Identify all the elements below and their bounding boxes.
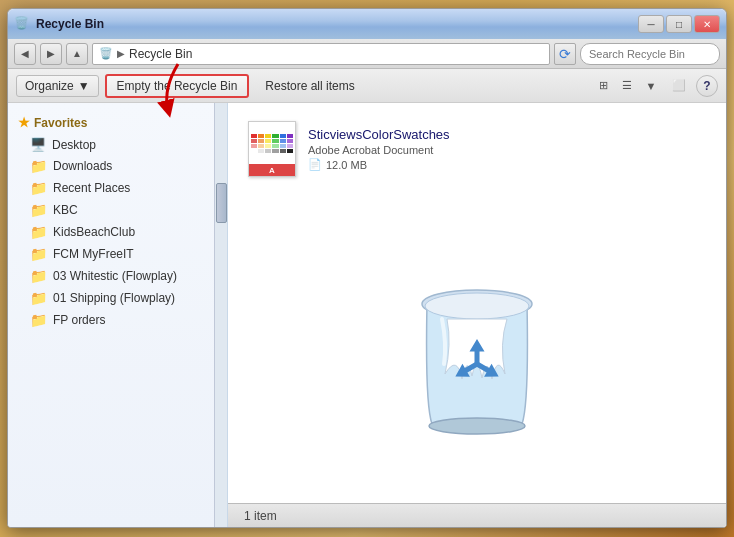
path-text: Recycle Bin xyxy=(129,47,192,61)
file-thumb-footer: A xyxy=(249,164,295,176)
sidebar-scrollbar[interactable] xyxy=(214,103,227,527)
up-button[interactable]: ▲ xyxy=(66,43,88,65)
file-info: SticviewsColorSwatches Adobe Acrobat Doc… xyxy=(308,127,706,171)
sidebar-item-desktop[interactable]: 🖥️ Desktop xyxy=(8,134,214,155)
shipping-folder-icon: 📁 xyxy=(30,290,47,306)
file-type: Adobe Acrobat Document xyxy=(308,144,706,156)
path-arrow: ▶ xyxy=(117,48,125,59)
sidebar-content: ★ Favorites 🖥️ Desktop 📁 Downloads � xyxy=(8,103,214,527)
favorites-star-icon: ★ xyxy=(18,115,30,130)
title-bar: 🗑️ Recycle Bin ─ □ ✕ xyxy=(8,9,726,39)
pdf-size-icon: 📄 xyxy=(308,158,322,171)
sidebar-item-recent[interactable]: 📁 Recent Places xyxy=(8,177,214,199)
sidebar-item-kbc[interactable]: 📁 KBC xyxy=(8,199,214,221)
sidebar-wrapper: ★ Favorites 🖥️ Desktop 📁 Downloads � xyxy=(8,103,227,527)
title-bar-left: 🗑️ Recycle Bin xyxy=(14,16,104,32)
fp-folder-icon: 📁 xyxy=(30,312,47,328)
up-icon: ▲ xyxy=(72,48,82,59)
restore-button[interactable]: □ xyxy=(666,15,692,33)
sidebar-item-label: FCM MyFreeIT xyxy=(53,247,134,261)
file-thumb-content xyxy=(249,122,295,164)
kbc-folder-icon: 📁 xyxy=(30,202,47,218)
sidebar-item-label: KBC xyxy=(53,203,78,217)
address-bar: ◀ ▶ ▲ 🗑️ ▶ Recycle Bin ⟳ 🔍 xyxy=(8,39,726,69)
svg-point-1 xyxy=(425,293,529,319)
kids-folder-icon: 📁 xyxy=(30,224,47,240)
minimize-button[interactable]: ─ xyxy=(638,15,664,33)
file-name: SticviewsColorSwatches xyxy=(308,127,706,142)
restore-all-button[interactable]: Restore all items xyxy=(255,76,364,96)
view-icon-button[interactable]: ⊞ xyxy=(592,75,614,97)
sidebar-item-label: Desktop xyxy=(52,138,96,152)
help-button[interactable]: ? xyxy=(696,75,718,97)
sidebar-item-fcm[interactable]: 📁 FCM MyFreeIT xyxy=(8,243,214,265)
main-area: ★ Favorites 🖥️ Desktop 📁 Downloads � xyxy=(8,103,726,527)
back-icon: ◀ xyxy=(21,48,29,59)
sidebar-item-label: Recent Places xyxy=(53,181,130,195)
whitestic-folder-icon: 📁 xyxy=(30,268,47,284)
back-button[interactable]: ◀ xyxy=(14,43,36,65)
downloads-folder-icon: 📁 xyxy=(30,158,47,174)
window-title: Recycle Bin xyxy=(36,17,104,31)
organize-label: Organize xyxy=(25,79,74,93)
sidebar-item-downloads[interactable]: 📁 Downloads xyxy=(8,155,214,177)
file-thumbnail: A xyxy=(248,121,296,177)
empty-recycle-label: Empty the Recycle Bin xyxy=(117,79,238,93)
restore-all-label: Restore all items xyxy=(265,79,354,93)
view-buttons: ⊞ ☰ ▼ xyxy=(592,75,662,97)
sidebar-item-label: Downloads xyxy=(53,159,112,173)
sidebar-item-label: 01 Shipping (Flowplay) xyxy=(53,291,175,305)
view-list-button[interactable]: ☰ xyxy=(616,75,638,97)
desktop-icon: 🖥️ xyxy=(30,137,46,152)
content-scroll: A SticviewsColorSwatches Adobe Acrobat D… xyxy=(228,103,726,503)
sidebar-item-label: FP orders xyxy=(53,313,105,327)
content-area: A SticviewsColorSwatches Adobe Acrobat D… xyxy=(228,103,726,527)
color-swatch-grid xyxy=(251,134,293,153)
recent-folder-icon: 📁 xyxy=(30,180,47,196)
title-controls: ─ □ ✕ xyxy=(638,15,720,33)
forward-button[interactable]: ▶ xyxy=(40,43,62,65)
organize-arrow-icon: ▼ xyxy=(78,79,90,93)
favorites-section: ★ Favorites 🖥️ Desktop 📁 Downloads � xyxy=(8,103,214,339)
favorites-header[interactable]: ★ Favorites xyxy=(8,111,214,134)
svg-point-2 xyxy=(429,418,525,434)
recycle-bin-area xyxy=(228,195,726,503)
acrobat-icon: A xyxy=(269,166,275,175)
view-dropdown-button[interactable]: ▼ xyxy=(640,75,662,97)
layout-button[interactable]: ⬜ xyxy=(668,75,690,97)
sidebar-item-label: KidsBeachClub xyxy=(53,225,135,239)
sidebar-item-whitestic[interactable]: 📁 03 Whitestic (Flowplay) xyxy=(8,265,214,287)
explorer-window: 🗑️ Recycle Bin ─ □ ✕ ◀ ▶ ▲ 🗑️ ▶ Recycle … xyxy=(7,8,727,528)
forward-icon: ▶ xyxy=(47,48,55,59)
toolbar: Organize ▼ Empty the Recycle Bin Restore… xyxy=(8,69,726,103)
recycle-bin-image xyxy=(397,264,557,444)
file-size: 12.0 MB xyxy=(326,159,367,171)
path-icon: 🗑️ xyxy=(99,47,113,60)
sidebar-item-label: 03 Whitestic (Flowplay) xyxy=(53,269,177,283)
empty-recycle-button[interactable]: Empty the Recycle Bin xyxy=(105,74,250,98)
sidebar-item-fp-orders[interactable]: 📁 FP orders xyxy=(8,309,214,331)
sidebar: ★ Favorites 🖥️ Desktop 📁 Downloads � xyxy=(8,103,228,527)
file-size-row: 📄 12.0 MB xyxy=(308,158,706,171)
sidebar-item-kidsbeachclub[interactable]: 📁 KidsBeachClub xyxy=(8,221,214,243)
search-input[interactable] xyxy=(589,48,727,60)
favorites-label: Favorites xyxy=(34,116,87,130)
window-icon: 🗑️ xyxy=(14,16,30,32)
address-path[interactable]: 🗑️ ▶ Recycle Bin xyxy=(92,43,550,65)
item-count: 1 item xyxy=(244,509,277,523)
file-item[interactable]: A SticviewsColorSwatches Adobe Acrobat D… xyxy=(244,113,710,185)
organize-button[interactable]: Organize ▼ xyxy=(16,75,99,97)
close-button[interactable]: ✕ xyxy=(694,15,720,33)
status-bar: 1 item xyxy=(228,503,726,527)
fcm-folder-icon: 📁 xyxy=(30,246,47,262)
search-box[interactable]: 🔍 xyxy=(580,43,720,65)
sidebar-scrollbar-thumb[interactable] xyxy=(216,183,227,223)
go-button[interactable]: ⟳ xyxy=(554,43,576,65)
sidebar-item-shipping[interactable]: 📁 01 Shipping (Flowplay) xyxy=(8,287,214,309)
file-list: A SticviewsColorSwatches Adobe Acrobat D… xyxy=(228,103,726,195)
